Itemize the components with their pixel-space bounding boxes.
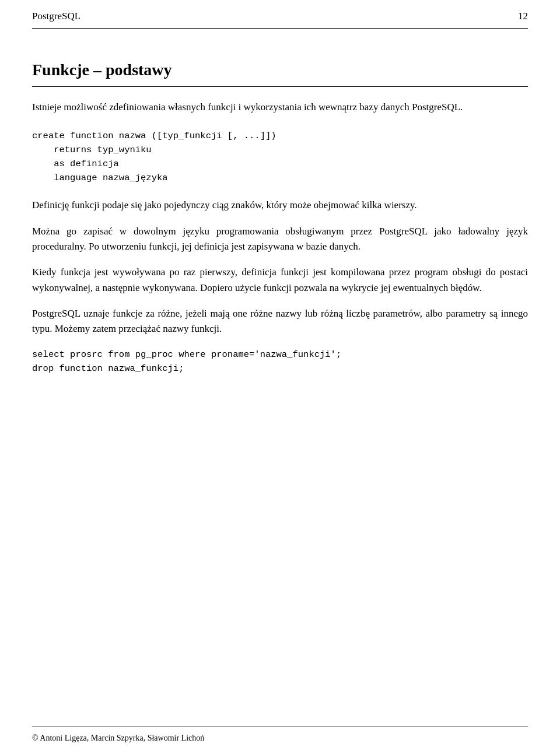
page-container: PostgreSQL 12 Funkcje – podstawy Istniej… bbox=[0, 0, 560, 754]
header-page-number: 12 bbox=[518, 10, 528, 22]
heading-rule bbox=[32, 86, 528, 87]
footer-text: © Antoni Ligęza, Marcin Szpyrka, Sławomi… bbox=[32, 734, 204, 742]
code-block-1: create function nazwa ([typ_funkcji [, .… bbox=[32, 129, 528, 185]
main-content: Funkcje – podstawy Istnieje możliwość zd… bbox=[32, 29, 528, 376]
body-paragraph-3: Kiedy funkcja jest wywoływana po raz pie… bbox=[32, 265, 528, 296]
page-header: PostgreSQL 12 bbox=[32, 0, 528, 29]
code-block-2: select prosrc from pg_proc where proname… bbox=[32, 348, 528, 376]
body-paragraph-1: Definicję funkcji podaje się jako pojedy… bbox=[32, 198, 528, 213]
body-paragraph-4: PostgreSQL uznaje funkcje za różne, jeże… bbox=[32, 306, 528, 337]
intro-paragraph: Istnieje możliwość zdefiniowania własnyc… bbox=[32, 100, 528, 115]
page-footer: © Antoni Ligęza, Marcin Szpyrka, Sławomi… bbox=[32, 727, 528, 744]
header-title: PostgreSQL bbox=[32, 10, 80, 22]
section-heading: Funkcje – podstawy bbox=[32, 61, 528, 79]
body-paragraph-2: Można go zapisać w dowolnym języku progr… bbox=[32, 224, 528, 255]
